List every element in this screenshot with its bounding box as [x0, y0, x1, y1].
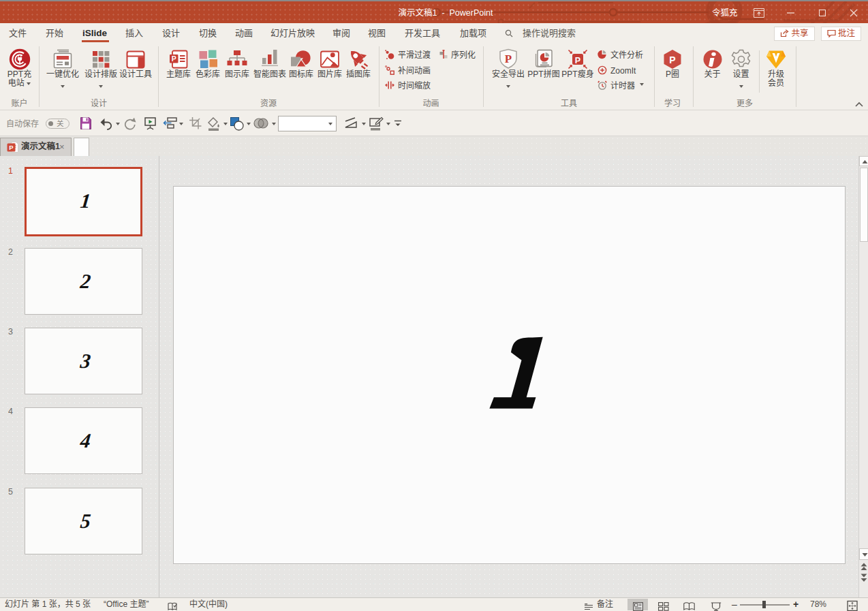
svg-text:P: P	[505, 52, 512, 65]
svg-text:P: P	[172, 54, 176, 63]
svg-text:P: P	[9, 144, 14, 151]
svg-text:P: P	[669, 54, 675, 65]
svg-text:P: P	[575, 56, 580, 65]
